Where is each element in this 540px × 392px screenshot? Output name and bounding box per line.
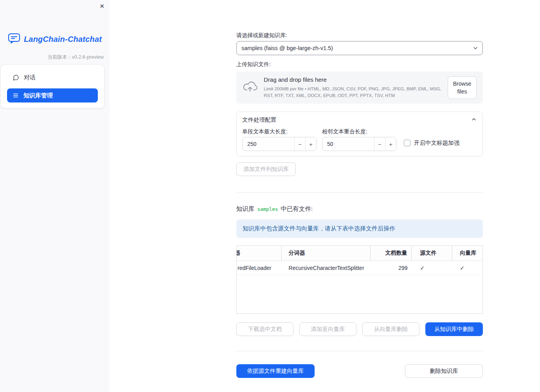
kb-name-code: samples (257, 206, 278, 212)
cell-doc-count: 299 (371, 261, 412, 275)
files-heading-suffix: 中已有文件: (281, 205, 313, 213)
sidebar: ✕ LangChain-Chatchat 当前版本：v0.2.6-preview (0, 0, 110, 392)
chunk-minus-button[interactable]: − (294, 137, 305, 151)
overlap-size-label: 相邻文本重合长度: (322, 128, 367, 135)
file-dropzone[interactable]: Drag and drop files here Limit 200MB per… (236, 72, 483, 104)
overlap-size-stepper: 50 − + (322, 137, 396, 151)
table-row[interactable]: redFileLoader RecursiveCharacterTextSpli… (237, 261, 482, 275)
zh-title-enhance-checkbox[interactable] (404, 140, 410, 146)
col-header-source-file[interactable]: 源文件 (412, 246, 453, 261)
browse-files-button[interactable]: Browse files (448, 76, 477, 99)
col-header-splitter[interactable]: 分词器 (282, 246, 371, 261)
cloud-upload-icon (243, 81, 257, 94)
existing-files-heading: 知识库 samples 中已有文件: (236, 205, 313, 213)
divider (236, 351, 483, 351)
cell-vector-check: ✓ (452, 261, 482, 275)
dropzone-text: Drag and drop files here Limit 200MB per… (264, 76, 441, 99)
overlap-minus-button[interactable]: − (374, 137, 385, 151)
info-banner: 知识库中包含源文件与向量库，请从下表中选择文件后操作 (236, 219, 483, 238)
expander-title: 文件处理配置 (242, 116, 276, 124)
overlap-plus-button[interactable]: + (385, 137, 396, 151)
main-content: 请选择或新建知识库: samples (faiss @ bge-large-zh… (236, 0, 483, 392)
chat-bubble-icon (13, 74, 19, 81)
chunk-size-label: 单段文本最大长度: (242, 128, 288, 135)
sidebar-item-knowledge-base[interactable]: 知识库管理 (7, 88, 98, 102)
zh-title-enhance-label: 开启中文标题加强 (414, 139, 459, 147)
divider (236, 192, 483, 193)
kb-selectbox[interactable]: samples (faiss @ bge-large-zh-v1.5) (236, 41, 483, 55)
sidebar-close-icon[interactable]: ✕ (99, 3, 104, 10)
list-icon (13, 92, 19, 99)
app-logo: LangChain-Chatchat (0, 33, 110, 45)
table-actions: 下载选中文档 添加至向量库 从向量库删除 从知识库中删除 (236, 322, 483, 336)
bottom-actions: 依据源文件重建向量库 删除知识库 (236, 364, 483, 378)
expander-header[interactable]: 文件处理配置 (237, 112, 482, 124)
kb-select-label: 请选择或新建知识库: (236, 32, 287, 39)
zh-title-enhance-row: 开启中文标题加强 (404, 139, 459, 147)
cell-source-check: ✓ (412, 261, 453, 275)
cell-loader: redFileLoader (237, 261, 282, 275)
logo-chat-bubble-icon (8, 33, 20, 45)
logo-text: LangChain-Chatchat (24, 35, 102, 44)
upload-label: 上传知识文件: (236, 61, 271, 68)
sidebar-item-dialogue[interactable]: 对话 (7, 70, 98, 85)
chevron-down-icon (472, 45, 479, 51)
download-selected-button[interactable]: 下载选中文档 (236, 322, 293, 336)
overlap-size-input[interactable]: 50 (322, 137, 374, 151)
col-header-vector-store[interactable]: 向量库 (452, 246, 482, 261)
nav-item-label: 知识库管理 (23, 92, 53, 99)
col-header-loader[interactable]: 器 (237, 246, 282, 261)
table-header-row: 器 分词器 文档数量 源文件 向量库 (237, 246, 482, 261)
chunk-size-stepper: 250 − + (242, 137, 317, 151)
chevron-up-icon (471, 116, 477, 124)
chunk-plus-button[interactable]: + (305, 137, 316, 151)
rebuild-vectorstore-button[interactable]: 依据源文件重建向量库 (236, 364, 315, 378)
cell-splitter: RecursiveCharacterTextSplitter (282, 261, 371, 275)
files-table[interactable]: 器 分词器 文档数量 源文件 向量库 redFileLoader Recursi… (236, 245, 483, 314)
nav-item-label: 对话 (24, 74, 36, 81)
remove-from-vectorstore-button[interactable]: 从向量库删除 (362, 322, 419, 336)
add-to-vectorstore-button[interactable]: 添加至向量库 (299, 322, 356, 336)
file-config-expander: 文件处理配置 单段文本最大长度: 相邻文本重合长度: 250 − + 50 − … (236, 111, 483, 156)
app-window: ✕ LangChain-Chatchat 当前版本：v0.2.6-preview (0, 0, 540, 392)
chunk-size-input[interactable]: 250 (243, 137, 294, 151)
files-heading-prefix: 知识库 (236, 205, 255, 213)
col-header-doc-count[interactable]: 文档数量 (371, 246, 412, 261)
kb-selectbox-value: samples (faiss @ bge-large-zh-v1.5) (241, 45, 333, 51)
version-label: 当前版本：v0.2.6-preview (47, 54, 104, 61)
dropzone-hint: Limit 200MB per file • HTML, MD, JSON, C… (264, 86, 441, 99)
add-files-button[interactable]: 添加文件到知识库 (236, 162, 296, 176)
sidebar-nav: 对话 知识库管理 (1, 65, 104, 108)
delete-from-kb-button[interactable]: 从知识库中删除 (425, 322, 483, 336)
delete-kb-button[interactable]: 删除知识库 (405, 364, 483, 378)
dropzone-title: Drag and drop files here (264, 76, 441, 83)
